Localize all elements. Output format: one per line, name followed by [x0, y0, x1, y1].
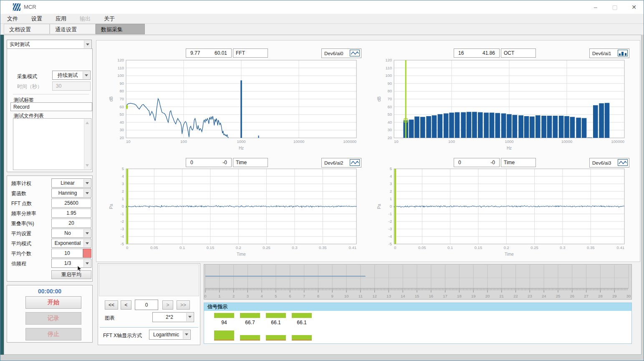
start-button[interactable]: 开始 — [25, 296, 81, 309]
tab[interactable]: 文档设置 — [4, 24, 50, 34]
menu-item[interactable]: 关于 — [104, 15, 115, 23]
chevron-down-icon[interactable] — [84, 41, 91, 48]
maximize-button[interactable]: ▢ — [605, 0, 624, 14]
param-select[interactable]: 1/3 — [51, 259, 91, 268]
acq-time-input[interactable]: 30 — [52, 81, 91, 91]
chart-type-field[interactable]: OCT — [501, 48, 536, 58]
svg-text:9: 9 — [331, 294, 333, 298]
time-chart-panel: 0-0 Time Dev6/ai2 -5-4-3-2-101234500.050… — [97, 156, 368, 262]
menu-item[interactable]: 输出 — [80, 15, 91, 23]
svg-text:Pa: Pa — [377, 203, 381, 209]
svg-text:-3: -3 — [121, 226, 124, 231]
svg-text:90: 90 — [119, 81, 124, 86]
svg-text:0.05: 0.05 — [150, 245, 158, 250]
test-file-list[interactable] — [13, 118, 91, 170]
last-page-button[interactable]: >> — [177, 300, 190, 310]
test-tag-input[interactable]: Record — [10, 102, 92, 111]
close-button[interactable]: ✕ — [624, 0, 644, 14]
time-plot[interactable]: -5-4-3-2-101234500.050.10.150.20.250.30.… — [97, 167, 368, 259]
menu-item[interactable]: 应用 — [56, 15, 66, 23]
chevron-down-icon[interactable] — [83, 189, 91, 197]
chevron-down-icon[interactable] — [83, 229, 91, 237]
fft-plot[interactable]: 2030405060708090100110120101001000100001… — [97, 58, 368, 152]
svg-text:3: 3 — [247, 294, 249, 298]
svg-text:-2: -2 — [121, 219, 124, 224]
app-icon — [13, 3, 20, 11]
chart-layout-select[interactable]: 2*2 — [152, 312, 194, 322]
tab[interactable]: 通道设置 — [50, 24, 96, 34]
line-chart-icon — [618, 159, 628, 167]
param-input[interactable]: 10 — [51, 249, 83, 258]
chart-type-field[interactable]: Time — [501, 158, 536, 167]
record-button[interactable]: 记录 — [25, 312, 81, 325]
svg-text:4: 4 — [390, 174, 392, 178]
display-control-panel: << < 0 > >> 图表 2*2 FFT X轴显示方式 Logarithmi… — [98, 263, 200, 345]
svg-text:Time: Time — [237, 252, 246, 257]
next-page-button[interactable]: > — [162, 300, 173, 310]
channel-selector[interactable]: Dev6/ai2 — [321, 158, 361, 168]
svg-text:Pa: Pa — [109, 203, 114, 209]
svg-text:0: 0 — [126, 245, 128, 250]
stop-button[interactable]: 停止 — [25, 328, 81, 341]
acq-mode-select[interactable]: 持续测试 — [52, 71, 91, 80]
svg-text:40: 40 — [119, 120, 124, 125]
channel-selector[interactable]: Dev6/ai1 — [589, 48, 629, 58]
fft-axis-mode-select[interactable]: Logarithmic — [149, 330, 191, 340]
page-number-input[interactable]: 0 — [135, 300, 158, 310]
scroll-down-icon[interactable] — [86, 164, 89, 167]
signal-panel-title: 信号指示 — [204, 303, 631, 311]
title-bar: MCR – ▢ ✕ — [0, 0, 644, 14]
chart-type-field[interactable]: FFT — [233, 48, 268, 58]
prev-page-button[interactable]: < — [121, 300, 131, 310]
param-input[interactable]: 1.95 — [51, 208, 91, 218]
minimize-button[interactable]: – — [586, 0, 605, 14]
test-mode-select[interactable]: 实时测试 — [7, 40, 92, 49]
param-input[interactable]: 20 — [51, 219, 91, 228]
chevron-down-icon[interactable] — [83, 259, 91, 267]
param-select[interactable]: Linear — [51, 178, 91, 188]
svg-text:100: 100 — [448, 139, 455, 144]
param-select[interactable]: No — [51, 229, 91, 238]
svg-text:10: 10 — [126, 139, 131, 144]
chevron-down-icon[interactable] — [186, 313, 193, 321]
chevron-down-icon[interactable] — [183, 330, 190, 339]
svg-text:10: 10 — [394, 139, 399, 144]
param-select[interactable]: Hanning — [51, 188, 91, 198]
svg-text:10: 10 — [344, 294, 349, 298]
param-label: 频率分辨率 — [11, 210, 36, 217]
octave-plot[interactable]: 2030405060708090100110120101001000100001… — [365, 58, 636, 152]
time-plot[interactable]: -5-4-3-2-101234500.050.10.150.20.250.30.… — [365, 167, 636, 259]
tab[interactable]: 数据采集 — [96, 24, 145, 34]
chevron-down-icon[interactable] — [83, 71, 90, 79]
svg-text:17: 17 — [443, 294, 447, 298]
svg-text:0: 0 — [390, 204, 392, 208]
chevron-down-icon[interactable] — [83, 179, 91, 187]
svg-text:80: 80 — [119, 89, 124, 93]
param-select[interactable]: Exponential — [51, 239, 91, 248]
menu-item[interactable]: 文件 — [7, 15, 18, 23]
svg-text:70: 70 — [387, 97, 392, 101]
channel-selector[interactable]: Dev6/ai0 — [321, 48, 361, 58]
channel-selector[interactable]: Dev6/ai3 — [589, 158, 629, 168]
first-page-button[interactable]: << — [105, 300, 118, 310]
svg-text:26: 26 — [570, 294, 575, 298]
restart-average-button[interactable]: 重启平均 — [51, 270, 91, 279]
svg-text:110: 110 — [118, 66, 124, 70]
scrollbar[interactable] — [84, 119, 91, 169]
svg-text:5: 5 — [390, 167, 392, 171]
svg-text:3: 3 — [390, 181, 392, 186]
svg-text:30: 30 — [626, 294, 631, 298]
menu-item[interactable]: 设置 — [31, 15, 42, 23]
svg-text:100: 100 — [385, 73, 392, 78]
param-input[interactable]: 25600 — [51, 198, 91, 208]
record-timeline[interactable]: 0123456789101112131415161718192021222324… — [204, 264, 632, 300]
svg-text:10000: 10000 — [561, 139, 572, 144]
line-chart-icon — [350, 50, 360, 57]
chart-layout-label: 图表 — [105, 315, 115, 322]
svg-text:120: 120 — [117, 58, 124, 62]
chart-type-field[interactable]: Time — [233, 158, 268, 167]
scroll-up-icon[interactable] — [86, 122, 89, 124]
svg-text:-1: -1 — [389, 211, 392, 216]
chevron-down-icon[interactable] — [83, 239, 91, 247]
svg-text:2: 2 — [122, 189, 124, 193]
